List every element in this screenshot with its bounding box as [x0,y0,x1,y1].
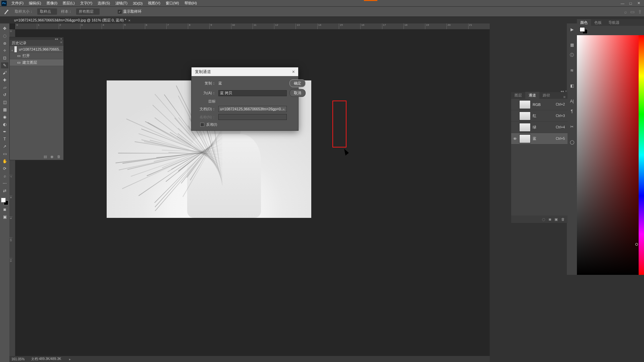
dialog-titlebar[interactable]: 复制通道 × [192,67,298,76]
channel-rgb[interactable]: RGB Ctrl+2 [511,99,568,110]
menu-help[interactable]: 帮助(H) [182,0,200,6]
current-tool-icon[interactable] [2,8,11,15]
tab-color[interactable]: 颜色 [577,19,591,26]
edit-toolbar[interactable]: ⇄ [1,188,8,194]
dodge-tool[interactable]: ◐ [1,121,8,127]
quickmask-tool[interactable]: ◙ [1,206,8,213]
history-brush-tool[interactable]: ↺ [1,92,8,98]
share-icon[interactable]: ⇪ [638,9,642,14]
tab-navigator[interactable]: 导航器 [605,19,623,26]
collapse-icon[interactable]: ◂◂ [560,89,564,93]
zoom-level[interactable]: 161.05% [11,357,24,361]
as-input[interactable] [218,90,287,96]
window-minimize[interactable]: — [619,1,627,5]
window-close[interactable]: ✕ [635,1,643,5]
channel-blue[interactable]: 👁 蓝 Ctrl+5 [511,133,568,144]
tab-swatches[interactable]: 色板 [591,19,605,26]
sample-size-dropdown[interactable]: 取样点 [37,8,57,15]
eraser-tool[interactable]: ◫ [1,99,8,105]
color-swatch-pair[interactable] [580,27,588,34]
foreground-color-swatch[interactable] [1,198,6,202]
ok-button[interactable]: 确定 [289,79,306,87]
trash-icon[interactable]: 🗑 [57,155,61,159]
blur-tool[interactable]: ◉ [1,114,8,120]
color-field[interactable] [577,35,644,275]
zoom-tool[interactable]: ⌕ [1,173,8,179]
workspace-icon[interactable]: ▭ [630,9,635,14]
menu-type[interactable]: 文字(Y) [77,0,95,6]
pen-tool[interactable]: ✒ [1,129,8,135]
history-snapshot[interactable]: u=108724125,96670665... [10,46,63,53]
channel-green[interactable]: 绿 Ctrl+4 [511,122,568,133]
lasso-tool[interactable]: ɷ [1,40,8,46]
tools-icon[interactable]: ✂ [569,123,575,130]
more-tools[interactable]: ⋯ [1,180,8,186]
menu-window[interactable]: 窗口(W) [163,0,182,6]
show-ring-checkbox[interactable]: ✓ 显示取样环 [118,9,142,14]
hand-tool[interactable]: ✋ [1,158,8,164]
invert-checkbox[interactable]: 反相(I) [200,122,287,127]
menu-layer[interactable]: 图层(L) [60,0,77,6]
status-menu-icon[interactable]: ▸ [69,357,71,361]
close-icon[interactable]: × [292,69,295,74]
screenmode-tool[interactable]: ▣ [1,214,8,220]
history-panel-title[interactable]: 历史记录 ≡ [10,40,63,46]
eyedropper-tool[interactable]: ✎ [1,62,8,68]
path-tool[interactable]: ↗ [1,143,8,149]
new-doc-icon[interactable]: ▤ [44,155,47,159]
menu-edit[interactable]: 编辑(E) [26,0,44,6]
menu-view[interactable]: 视图(V) [145,0,163,6]
trash-icon[interactable]: 🗑 [561,217,565,221]
layers-alt-icon[interactable]: ◧ [569,82,575,89]
search-icon[interactable]: ⌕ [624,9,627,14]
load-selection-icon[interactable]: ◌ [542,217,545,222]
document-tab[interactable]: u=108724125,966706653&fm=26&gp=0.jpg @ 1… [11,16,134,24]
sample-dropdown[interactable]: 所有图层 [76,8,100,15]
visibility-toggle[interactable]: 👁 [513,137,517,141]
adjust-icon[interactable]: ≋ [569,67,575,74]
magic-wand-tool[interactable]: ✧ [1,48,8,54]
history-step[interactable]: ▭ 建立图层 [10,59,63,66]
character-icon[interactable]: A| [569,98,575,105]
brush-tool[interactable]: 🖌 [1,70,8,76]
close-icon[interactable]: × [565,89,567,93]
crop-tool[interactable]: ⊡ [1,55,8,61]
play-icon[interactable]: ▶ [569,26,575,33]
paragraph-icon[interactable]: ¶ [569,108,575,115]
history-step[interactable]: ▭ 打开 [10,53,63,59]
snapshot-icon[interactable]: ◉ [50,155,54,159]
window-maximize[interactable]: □ [627,1,635,5]
channel-red[interactable]: 红 Ctrl+3 [511,110,568,122]
gradient-tool[interactable]: ▦ [1,107,8,113]
marquee-tool[interactable]: ◌ [1,33,8,39]
type-tool[interactable]: T [1,136,8,142]
panel-menu-icon[interactable]: ≡ [561,95,568,99]
swatches-icon[interactable]: ▦ [569,42,575,48]
shape-tool[interactable]: ▭ [1,151,8,157]
menu-filter[interactable]: 滤镜(T) [113,0,130,6]
menu-file[interactable]: 文件(F) [9,0,26,6]
cancel-button[interactable]: 取消 [289,89,306,97]
cloud-icon[interactable]: ◯ [569,139,575,145]
move-tool[interactable]: ✥ [1,25,8,32]
doc-size[interactable]: 文档:489.3K/489.3K [31,357,61,361]
healing-tool[interactable]: ✚ [1,77,8,83]
doc-select[interactable]: u=108724125,966706653fm=26gp=0.... [218,106,287,112]
panel-menu-icon[interactable]: ≡ [60,41,62,44]
menu-3d[interactable]: 3D(D) [130,1,145,6]
hue-slider[interactable] [639,35,644,275]
new-channel-icon[interactable]: ▣ [554,217,558,222]
save-selection-icon[interactable]: ◙ [549,217,551,221]
rotate-tool[interactable]: ⟳ [1,166,8,172]
clone-tool[interactable]: ▱ [1,84,8,90]
tools-panel: ✥ ◌ ɷ ✧ ⊡ ✎ 🖌 ✚ ▱ ↺ ◫ ▦ ◉ ◐ ✒ T ↗ ▭ ✋ ⟳ … [0,23,9,362]
tab-channels[interactable]: 通道 [525,92,539,99]
tab-paths[interactable]: 路径 [539,92,553,99]
close-icon[interactable]: × [128,18,130,22]
info-icon[interactable]: ⓘ [569,52,575,58]
menu-select[interactable]: 选择(S) [95,0,113,6]
tab-layers[interactable]: 图层 [511,92,525,99]
ruler-horizontal[interactable]: 0123456789101112131415161718192021 [15,23,490,29]
color-swatches[interactable] [1,198,8,205]
menu-image[interactable]: 图像(I) [44,0,60,6]
